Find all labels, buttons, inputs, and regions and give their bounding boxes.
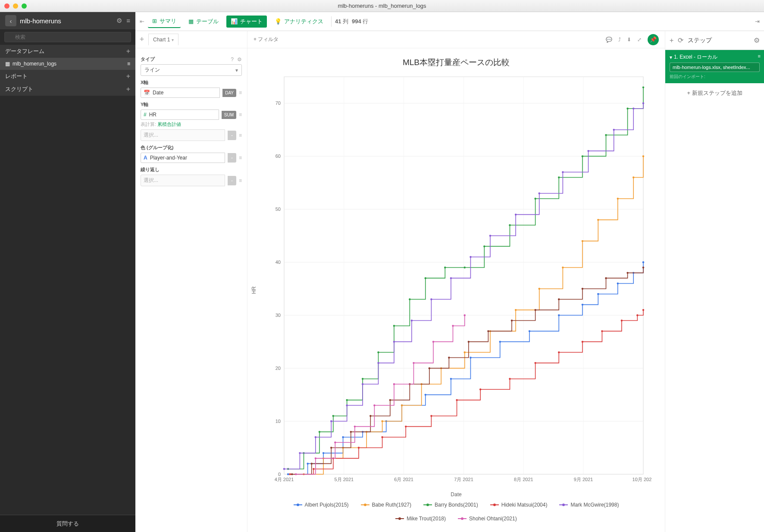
svg-text:5月 2021: 5月 2021: [335, 477, 354, 482]
y-axis-add-field[interactable]: 選択...: [141, 129, 225, 141]
ask-question-button[interactable]: 質問する: [0, 515, 135, 532]
svg-point-72: [362, 378, 363, 380]
svg-point-131: [429, 367, 430, 369]
svg-text:40: 40: [276, 260, 281, 265]
svg-point-133: [468, 341, 470, 342]
svg-point-116: [489, 235, 491, 237]
svg-point-82: [558, 176, 560, 178]
add-chart-tab[interactable]: +: [135, 35, 148, 44]
collapse-left-icon[interactable]: ⇤: [140, 18, 144, 25]
gear-icon[interactable]: ⚙: [237, 56, 242, 63]
legend-item[interactable]: Hideki Matsui(2004): [490, 502, 548, 508]
add-report-icon[interactable]: +: [126, 72, 130, 80]
svg-point-146: [373, 404, 375, 406]
repeat-field[interactable]: 選択...: [141, 175, 225, 186]
svg-text:6月 2021: 6月 2021: [394, 477, 413, 482]
steps-settings-icon[interactable]: ⚙: [754, 36, 760, 44]
section-reports[interactable]: レポート +: [0, 70, 135, 83]
color-label: 色 (グループ化): [141, 144, 173, 151]
tab-table[interactable]: ▦ テーブル: [184, 16, 223, 28]
y-axis-field[interactable]: # HR: [141, 110, 219, 120]
svg-point-141: [642, 266, 644, 268]
share-icon[interactable]: ⤴: [618, 37, 621, 43]
caret-down-icon: ▾: [235, 67, 238, 73]
svg-point-45: [597, 293, 599, 295]
tab-chart[interactable]: 📊 チャート: [226, 16, 267, 28]
add-step-icon[interactable]: +: [670, 37, 673, 44]
svg-point-61: [562, 266, 564, 268]
svg-text:9月 2021: 9月 2021: [574, 477, 593, 482]
svg-point-115: [470, 256, 471, 258]
dataframe-item[interactable]: ▦ mlb_homerun_logs ≡: [0, 58, 135, 70]
collapse-right-icon[interactable]: ⇥: [755, 18, 760, 25]
comment-icon[interactable]: 💬: [606, 37, 612, 43]
section-scripts[interactable]: スクリプト +: [0, 83, 135, 96]
chart-tab-1[interactable]: Chart 1 ▾: [148, 34, 178, 45]
svg-point-94: [456, 399, 457, 401]
legend-item[interactable]: Albert Pujols(2015): [294, 502, 349, 508]
tab-summary[interactable]: ⊞ サマリ: [148, 15, 181, 28]
gear-icon[interactable]: ⚙: [116, 17, 122, 25]
legend-item[interactable]: Barry Bonds(2001): [423, 502, 478, 508]
legend-item[interactable]: Babe Ruth(1927): [361, 502, 411, 508]
color-field[interactable]: A Player-and-Year: [141, 153, 225, 163]
section-dataframes[interactable]: データフレーム +: [0, 45, 135, 58]
svg-point-98: [558, 351, 560, 353]
svg-text:8月 2021: 8月 2021: [514, 477, 533, 482]
window-titlebar: mlb-homeruns - mlb_homerun_logs: [0, 0, 764, 12]
svg-text:10月 2021: 10月 2021: [632, 477, 652, 482]
svg-point-107: [330, 420, 332, 422]
chart-icon: 📊: [231, 18, 238, 25]
legend-item[interactable]: Mark McGwire(1998): [559, 502, 619, 508]
add-dataframe-icon[interactable]: +: [126, 47, 130, 55]
svg-text:4月 2021: 4月 2021: [275, 477, 294, 482]
color-agg-badge: -: [228, 153, 236, 163]
svg-point-97: [534, 362, 536, 364]
field-menu-icon[interactable]: ≡: [239, 90, 242, 96]
chevron-down-icon: ▾: [172, 38, 174, 42]
download-icon[interactable]: ⬇: [627, 37, 631, 43]
svg-point-75: [409, 298, 410, 300]
pin-button[interactable]: 📌: [648, 34, 659, 45]
project-name: mlb-homeruns: [20, 17, 61, 25]
view-toolbar: ⇤ ⊞ サマリ ▦ テーブル 📊 チャート 💡 アナリティクス: [135, 12, 764, 31]
item-menu-icon[interactable]: ≡: [127, 61, 130, 67]
step-menu-icon[interactable]: ≡: [758, 53, 761, 59]
search-input[interactable]: [4, 32, 131, 42]
svg-point-59: [515, 309, 517, 311]
legend-item[interactable]: Shohei Ohtani(2021): [458, 516, 517, 522]
svg-point-78: [464, 266, 466, 268]
x-axis-field[interactable]: 📅 Date: [141, 88, 220, 98]
tab-analytics[interactable]: 💡 アナリティクス: [270, 16, 328, 28]
field-menu-icon[interactable]: ≡: [239, 132, 242, 138]
svg-point-40: [470, 357, 471, 358]
svg-point-143: [315, 457, 316, 459]
svg-point-74: [393, 325, 395, 327]
svg-point-69: [319, 431, 320, 432]
svg-point-48: [642, 261, 644, 263]
svg-point-84: [605, 134, 607, 136]
svg-point-111: [393, 341, 395, 342]
chart-type-select[interactable]: ライン ▾: [141, 64, 242, 76]
legend-item[interactable]: Mike Trout(2018): [395, 516, 446, 522]
y-agg-badge[interactable]: SUM: [222, 111, 236, 119]
help-icon[interactable]: ?: [231, 56, 234, 63]
field-menu-icon[interactable]: ≡: [239, 155, 242, 161]
project-sidebar: ‹ mlb-homeruns ⚙ ≡ データフレーム + ▦: [0, 12, 135, 532]
svg-point-118: [539, 192, 540, 194]
field-menu-icon[interactable]: ≡: [239, 112, 242, 118]
refresh-icon[interactable]: ⟳: [678, 36, 683, 44]
new-step-button[interactable]: + 新規ステップを追加: [665, 83, 764, 103]
back-button[interactable]: ‹: [5, 15, 16, 26]
expand-icon[interactable]: ⤢: [637, 37, 642, 43]
bulb-icon: 💡: [275, 18, 282, 25]
add-script-icon[interactable]: +: [126, 85, 130, 93]
menu-icon[interactable]: ≡: [126, 17, 130, 25]
field-menu-icon[interactable]: ≡: [239, 178, 242, 184]
svg-point-93: [430, 415, 432, 417]
table-calc-link[interactable]: 累積合計値: [157, 122, 181, 127]
add-filter-button[interactable]: + フィルタ: [254, 36, 279, 43]
svg-point-117: [515, 213, 517, 215]
x-agg-badge[interactable]: DAY: [222, 89, 236, 97]
step-item-1[interactable]: ▾ 1. Excel - ローカル mlb-homerun-logs.xlsx,…: [665, 50, 764, 83]
